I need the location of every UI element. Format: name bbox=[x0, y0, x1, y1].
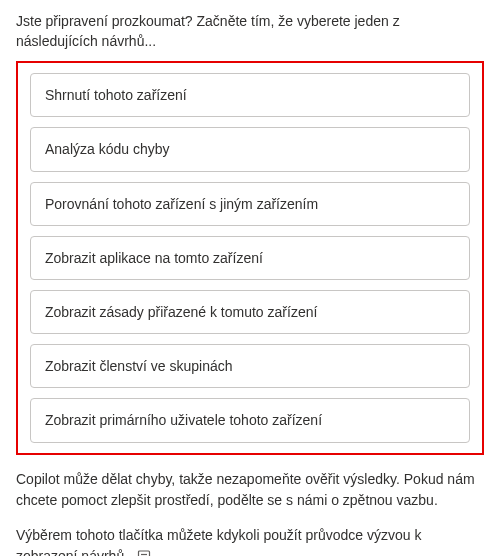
suggestion-label: Zobrazit aplikace na tomto zařízení bbox=[45, 250, 263, 266]
suggestion-label: Zobrazit zásady přiřazené k tomuto zaříz… bbox=[45, 304, 317, 320]
suggestion-summary[interactable]: Shrnutí tohoto zařízení bbox=[30, 73, 470, 117]
suggestion-show-policies[interactable]: Zobrazit zásady přiřazené k tomuto zaříz… bbox=[30, 290, 470, 334]
suggestion-compare-device[interactable]: Porovnání tohoto zařízení s jiným zaříze… bbox=[30, 182, 470, 226]
svg-rect-0 bbox=[138, 551, 149, 556]
suggestion-label: Zobrazit členství ve skupinách bbox=[45, 358, 233, 374]
suggestion-show-apps[interactable]: Zobrazit aplikace na tomto zařízení bbox=[30, 236, 470, 280]
suggestions-highlight-box: Shrnutí tohoto zařízení Analýza kódu chy… bbox=[16, 61, 484, 454]
suggestion-label: Shrnutí tohoto zařízení bbox=[45, 87, 187, 103]
disclaimer-text: Copilot může dělat chyby, takže nezapome… bbox=[16, 469, 484, 511]
suggestion-show-primary-user[interactable]: Zobrazit primárního uživatele tohoto zař… bbox=[30, 398, 470, 442]
suggestion-error-analysis[interactable]: Analýza kódu chyby bbox=[30, 127, 470, 171]
prompt-guide-icon bbox=[136, 549, 152, 556]
suggestion-label: Analýza kódu chyby bbox=[45, 141, 170, 157]
intro-text: Jste připravení prozkoumat? Začněte tím,… bbox=[16, 12, 484, 51]
suggestion-label: Zobrazit primárního uživatele tohoto zař… bbox=[45, 412, 322, 428]
footer-row: Výběrem tohoto tlačítka můžete kdykoli p… bbox=[16, 525, 484, 557]
suggestion-show-groups[interactable]: Zobrazit členství ve skupinách bbox=[30, 344, 470, 388]
footer-text: Výběrem tohoto tlačítka můžete kdykoli p… bbox=[16, 527, 421, 557]
suggestion-label: Porovnání tohoto zařízení s jiným zaříze… bbox=[45, 196, 318, 212]
